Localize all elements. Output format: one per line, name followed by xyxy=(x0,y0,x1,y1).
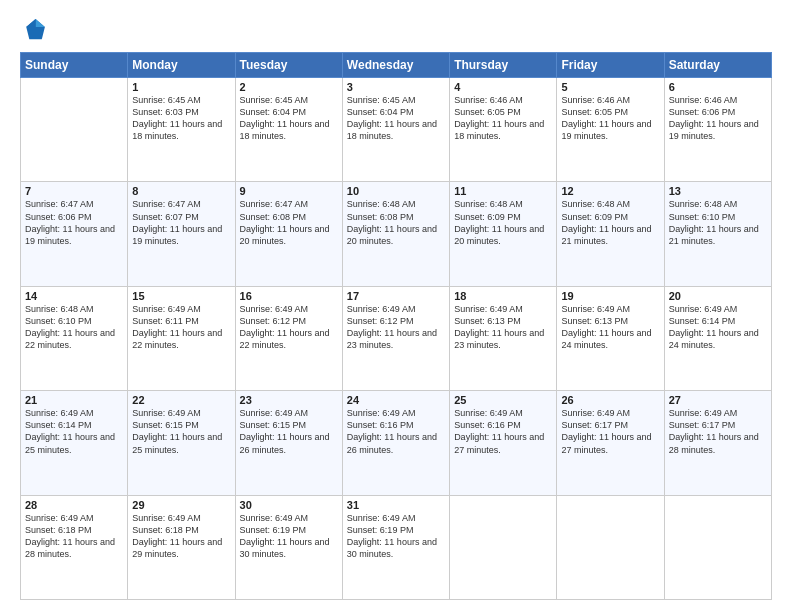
svg-marker-1 xyxy=(36,19,45,27)
calendar-cell: 13Sunrise: 6:48 AM Sunset: 6:10 PM Dayli… xyxy=(664,182,771,286)
calendar-cell: 6Sunrise: 6:46 AM Sunset: 6:06 PM Daylig… xyxy=(664,78,771,182)
day-info: Sunrise: 6:49 AM Sunset: 6:12 PM Dayligh… xyxy=(347,303,445,352)
calendar-cell: 18Sunrise: 6:49 AM Sunset: 6:13 PM Dayli… xyxy=(450,286,557,390)
calendar-cell: 9Sunrise: 6:47 AM Sunset: 6:08 PM Daylig… xyxy=(235,182,342,286)
day-info: Sunrise: 6:45 AM Sunset: 6:04 PM Dayligh… xyxy=(347,94,445,143)
day-info: Sunrise: 6:49 AM Sunset: 6:13 PM Dayligh… xyxy=(561,303,659,352)
calendar-cell: 5Sunrise: 6:46 AM Sunset: 6:05 PM Daylig… xyxy=(557,78,664,182)
day-info: Sunrise: 6:45 AM Sunset: 6:03 PM Dayligh… xyxy=(132,94,230,143)
day-info: Sunrise: 6:49 AM Sunset: 6:13 PM Dayligh… xyxy=(454,303,552,352)
day-info: Sunrise: 6:46 AM Sunset: 6:06 PM Dayligh… xyxy=(669,94,767,143)
logo xyxy=(20,16,52,44)
day-number: 28 xyxy=(25,499,123,511)
calendar-cell: 21Sunrise: 6:49 AM Sunset: 6:14 PM Dayli… xyxy=(21,391,128,495)
day-number: 13 xyxy=(669,185,767,197)
calendar-cell: 19Sunrise: 6:49 AM Sunset: 6:13 PM Dayli… xyxy=(557,286,664,390)
day-number: 7 xyxy=(25,185,123,197)
day-number: 1 xyxy=(132,81,230,93)
day-number: 3 xyxy=(347,81,445,93)
day-number: 4 xyxy=(454,81,552,93)
day-number: 10 xyxy=(347,185,445,197)
day-number: 11 xyxy=(454,185,552,197)
day-info: Sunrise: 6:47 AM Sunset: 6:07 PM Dayligh… xyxy=(132,198,230,247)
day-number: 30 xyxy=(240,499,338,511)
logo-icon xyxy=(20,16,48,44)
day-info: Sunrise: 6:49 AM Sunset: 6:16 PM Dayligh… xyxy=(347,407,445,456)
day-info: Sunrise: 6:46 AM Sunset: 6:05 PM Dayligh… xyxy=(454,94,552,143)
day-number: 17 xyxy=(347,290,445,302)
day-number: 24 xyxy=(347,394,445,406)
day-number: 25 xyxy=(454,394,552,406)
calendar-week-row: 14Sunrise: 6:48 AM Sunset: 6:10 PM Dayli… xyxy=(21,286,772,390)
calendar-header-row: SundayMondayTuesdayWednesdayThursdayFrid… xyxy=(21,53,772,78)
day-info: Sunrise: 6:49 AM Sunset: 6:11 PM Dayligh… xyxy=(132,303,230,352)
day-info: Sunrise: 6:49 AM Sunset: 6:17 PM Dayligh… xyxy=(561,407,659,456)
calendar-table: SundayMondayTuesdayWednesdayThursdayFrid… xyxy=(20,52,772,600)
calendar-cell: 11Sunrise: 6:48 AM Sunset: 6:09 PM Dayli… xyxy=(450,182,557,286)
header xyxy=(20,16,772,44)
day-number: 23 xyxy=(240,394,338,406)
calendar-week-row: 7Sunrise: 6:47 AM Sunset: 6:06 PM Daylig… xyxy=(21,182,772,286)
calendar-cell: 26Sunrise: 6:49 AM Sunset: 6:17 PM Dayli… xyxy=(557,391,664,495)
calendar-cell: 30Sunrise: 6:49 AM Sunset: 6:19 PM Dayli… xyxy=(235,495,342,599)
calendar-week-row: 21Sunrise: 6:49 AM Sunset: 6:14 PM Dayli… xyxy=(21,391,772,495)
calendar-cell: 20Sunrise: 6:49 AM Sunset: 6:14 PM Dayli… xyxy=(664,286,771,390)
calendar-cell: 14Sunrise: 6:48 AM Sunset: 6:10 PM Dayli… xyxy=(21,286,128,390)
day-number: 29 xyxy=(132,499,230,511)
calendar-cell: 2Sunrise: 6:45 AM Sunset: 6:04 PM Daylig… xyxy=(235,78,342,182)
calendar-cell: 22Sunrise: 6:49 AM Sunset: 6:15 PM Dayli… xyxy=(128,391,235,495)
weekday-header-thursday: Thursday xyxy=(450,53,557,78)
calendar-cell: 28Sunrise: 6:49 AM Sunset: 6:18 PM Dayli… xyxy=(21,495,128,599)
calendar-week-row: 1Sunrise: 6:45 AM Sunset: 6:03 PM Daylig… xyxy=(21,78,772,182)
calendar-cell: 7Sunrise: 6:47 AM Sunset: 6:06 PM Daylig… xyxy=(21,182,128,286)
calendar-cell: 25Sunrise: 6:49 AM Sunset: 6:16 PM Dayli… xyxy=(450,391,557,495)
calendar-cell: 15Sunrise: 6:49 AM Sunset: 6:11 PM Dayli… xyxy=(128,286,235,390)
day-info: Sunrise: 6:49 AM Sunset: 6:15 PM Dayligh… xyxy=(132,407,230,456)
calendar-cell: 3Sunrise: 6:45 AM Sunset: 6:04 PM Daylig… xyxy=(342,78,449,182)
calendar-cell xyxy=(664,495,771,599)
calendar-cell: 10Sunrise: 6:48 AM Sunset: 6:08 PM Dayli… xyxy=(342,182,449,286)
day-info: Sunrise: 6:49 AM Sunset: 6:12 PM Dayligh… xyxy=(240,303,338,352)
day-info: Sunrise: 6:47 AM Sunset: 6:08 PM Dayligh… xyxy=(240,198,338,247)
day-number: 14 xyxy=(25,290,123,302)
day-info: Sunrise: 6:49 AM Sunset: 6:16 PM Dayligh… xyxy=(454,407,552,456)
day-number: 20 xyxy=(669,290,767,302)
calendar-cell: 12Sunrise: 6:48 AM Sunset: 6:09 PM Dayli… xyxy=(557,182,664,286)
day-info: Sunrise: 6:48 AM Sunset: 6:10 PM Dayligh… xyxy=(25,303,123,352)
day-info: Sunrise: 6:49 AM Sunset: 6:19 PM Dayligh… xyxy=(240,512,338,561)
day-info: Sunrise: 6:49 AM Sunset: 6:18 PM Dayligh… xyxy=(132,512,230,561)
day-info: Sunrise: 6:48 AM Sunset: 6:09 PM Dayligh… xyxy=(454,198,552,247)
calendar-cell: 1Sunrise: 6:45 AM Sunset: 6:03 PM Daylig… xyxy=(128,78,235,182)
day-info: Sunrise: 6:48 AM Sunset: 6:09 PM Dayligh… xyxy=(561,198,659,247)
weekday-header-tuesday: Tuesday xyxy=(235,53,342,78)
day-number: 12 xyxy=(561,185,659,197)
weekday-header-sunday: Sunday xyxy=(21,53,128,78)
day-info: Sunrise: 6:45 AM Sunset: 6:04 PM Dayligh… xyxy=(240,94,338,143)
calendar-cell: 29Sunrise: 6:49 AM Sunset: 6:18 PM Dayli… xyxy=(128,495,235,599)
weekday-header-monday: Monday xyxy=(128,53,235,78)
day-number: 15 xyxy=(132,290,230,302)
day-number: 26 xyxy=(561,394,659,406)
day-number: 31 xyxy=(347,499,445,511)
calendar-cell: 23Sunrise: 6:49 AM Sunset: 6:15 PM Dayli… xyxy=(235,391,342,495)
calendar-cell: 24Sunrise: 6:49 AM Sunset: 6:16 PM Dayli… xyxy=(342,391,449,495)
weekday-header-saturday: Saturday xyxy=(664,53,771,78)
svg-marker-2 xyxy=(26,19,35,27)
day-number: 21 xyxy=(25,394,123,406)
day-number: 5 xyxy=(561,81,659,93)
calendar-cell: 31Sunrise: 6:49 AM Sunset: 6:19 PM Dayli… xyxy=(342,495,449,599)
page: SundayMondayTuesdayWednesdayThursdayFrid… xyxy=(0,0,792,612)
day-info: Sunrise: 6:49 AM Sunset: 6:14 PM Dayligh… xyxy=(25,407,123,456)
day-info: Sunrise: 6:49 AM Sunset: 6:14 PM Dayligh… xyxy=(669,303,767,352)
calendar-cell: 27Sunrise: 6:49 AM Sunset: 6:17 PM Dayli… xyxy=(664,391,771,495)
day-info: Sunrise: 6:49 AM Sunset: 6:15 PM Dayligh… xyxy=(240,407,338,456)
day-number: 22 xyxy=(132,394,230,406)
day-info: Sunrise: 6:48 AM Sunset: 6:08 PM Dayligh… xyxy=(347,198,445,247)
calendar-cell xyxy=(557,495,664,599)
day-info: Sunrise: 6:49 AM Sunset: 6:18 PM Dayligh… xyxy=(25,512,123,561)
weekday-header-friday: Friday xyxy=(557,53,664,78)
day-info: Sunrise: 6:47 AM Sunset: 6:06 PM Dayligh… xyxy=(25,198,123,247)
calendar-cell: 4Sunrise: 6:46 AM Sunset: 6:05 PM Daylig… xyxy=(450,78,557,182)
day-number: 19 xyxy=(561,290,659,302)
calendar-cell xyxy=(450,495,557,599)
